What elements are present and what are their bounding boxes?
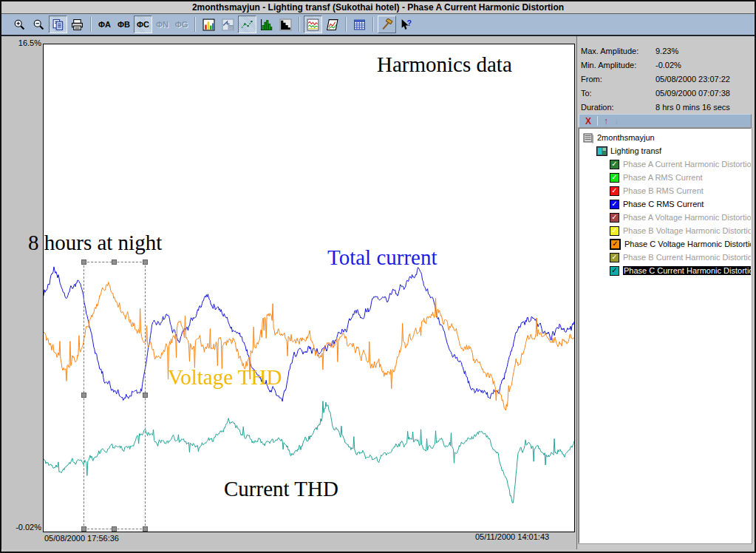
selection-handle[interactable] [143, 393, 148, 398]
histogram-button[interactable] [257, 16, 276, 33]
series-checkbox[interactable]: ✓ [610, 173, 619, 183]
series-checkbox[interactable]: ✓ [610, 200, 619, 209]
svg-text:?: ? [407, 18, 412, 27]
report-3d-icon [326, 18, 338, 31]
tree-item-label: Phase C RMS Current [623, 200, 704, 208]
duration-curve-button[interactable] [276, 16, 295, 33]
tree-toolbar: X ↑ ↓ [579, 114, 752, 128]
trend-plot-button[interactable] [238, 16, 256, 33]
tree-item-label: Phase B Voltage Harmonic Distortion [623, 226, 752, 235]
annotation-current-thd: Current THD [224, 477, 338, 501]
report-3d-button[interactable] [323, 16, 341, 33]
stat-row: Min. Amplitude: -0.02% [579, 58, 752, 72]
zoom-out-icon [33, 18, 45, 31]
tree-device-label: Lighting transf [610, 146, 661, 155]
series-checkbox[interactable]: ✓ [610, 186, 619, 196]
stat-label: To: [579, 89, 655, 98]
tree-root-label: 2monthsmayjun [597, 133, 655, 142]
selection-handle[interactable] [81, 259, 86, 265]
zoom-out-button[interactable] [30, 16, 48, 33]
time-selection-rectangle[interactable] [84, 262, 146, 529]
toolbar-separator [372, 17, 374, 32]
main-toolbar: ΦA ΦB ΦC ΦN ΦG [1, 14, 755, 36]
bar-chart-button[interactable] [200, 16, 218, 33]
device-icon [596, 146, 607, 157]
series-checkbox[interactable]: ✓ [610, 213, 619, 223]
bar-chart-icon [202, 18, 215, 31]
series-checkbox[interactable]: ✓ [610, 266, 619, 276]
tree-toolbar-separator [597, 116, 598, 126]
print-button[interactable] [68, 16, 86, 33]
print-icon [71, 18, 84, 31]
delete-series-button[interactable]: X [585, 116, 591, 126]
title-bar: 2monthsmayjun - Lighting transf (Sukotha… [1, 1, 755, 14]
detail-setup-button[interactable] [219, 16, 237, 33]
data-table-button[interactable] [350, 16, 369, 33]
phase-c-label: ΦC [137, 20, 149, 29]
stat-value: -0.02% [655, 61, 681, 69]
selection-handle[interactable] [81, 526, 86, 532]
zoom-in-icon [13, 18, 26, 31]
right-panel: Max. Amplitude: 9.23% Min. Amplitude: -0… [577, 36, 755, 549]
selection-handle[interactable] [143, 526, 148, 532]
x-axis-end-label: 05/11/2000 14:01:43 [475, 532, 549, 541]
phase-a-label: ΦA [98, 20, 111, 29]
stat-label: Min. Amplitude: [579, 61, 655, 69]
tree-item-label: Phase B Current Harmonic Distortion [623, 253, 752, 262]
tree-root-item[interactable]: 2monthsmayjun [579, 131, 751, 144]
stat-label: Max. Amplitude: [579, 47, 655, 55]
phase-c-button[interactable]: ΦC [134, 16, 152, 33]
selection-stats: Max. Amplitude: 9.23% Min. Amplitude: -0… [579, 44, 752, 114]
selection-handle[interactable] [112, 526, 117, 532]
stat-value: 05/09/2000 07:07:38 [655, 89, 730, 98]
stat-row: Duration: 8 hrs 0 mins 16 secs [579, 100, 752, 114]
phase-n-label: ΦN [156, 20, 168, 29]
chart-region: 16.5% -0.02% 05/08/2000 17:56:36 05/11/2… [1, 36, 577, 549]
series-checkbox[interactable]: ✓ [610, 226, 619, 236]
stat-value: 8 hrs 0 mins 16 secs [655, 103, 730, 112]
phase-b-button[interactable]: ΦB [115, 16, 133, 33]
phase-b-label: ΦB [118, 20, 130, 29]
selection-handle[interactable] [143, 259, 148, 265]
tree-item-phase-a-rms-current[interactable]: ✓ Phase A RMS Current [579, 171, 751, 184]
series-checkbox[interactable]: ✓ [610, 239, 621, 250]
tree-device-item[interactable]: Lighting transf [579, 144, 751, 157]
tree-item-label: Phase C Current Harmonic Distortion [623, 266, 752, 275]
data-table-icon [353, 18, 366, 31]
phase-a-button[interactable]: ΦA [95, 16, 114, 33]
tree-item-phase-b-current-harmonic-distortion[interactable]: ✓ Phase B Current Harmonic Distortion [579, 251, 751, 264]
waveform-button[interactable] [304, 16, 322, 33]
copy-button[interactable] [49, 16, 67, 33]
x-axis-start-label: 05/08/2000 17:56:36 [44, 534, 119, 543]
tools-button[interactable] [378, 16, 396, 33]
selection-handle[interactable] [112, 259, 117, 265]
series-checkbox[interactable]: ✓ [610, 160, 619, 169]
phase-n-button: ΦN [153, 16, 171, 33]
stat-row: Max. Amplitude: 9.23% [579, 44, 752, 58]
tree-item-label: Phase B RMS Current [623, 186, 704, 195]
tree-item-phase-c-voltage-harmonic-distortion[interactable]: ✓ Phase C Voltage Harmonic Distortion [579, 237, 751, 251]
move-down-button[interactable]: ↓ [614, 116, 619, 126]
tree-item-phase-b-rms-current[interactable]: ✓ Phase B RMS Current [579, 184, 751, 197]
tree-item-label: Phase C Voltage Harmonic Distortion [624, 240, 752, 248]
tree-item-phase-a-voltage-harmonic-distortion[interactable]: ✓ Phase A Voltage Harmonic Distortion [579, 211, 751, 224]
stat-row: From: 05/08/2000 23:07:22 [579, 72, 752, 86]
tree-item-phase-b-voltage-harmonic-distortion[interactable]: ✓ Phase B Voltage Harmonic Distortion [579, 224, 751, 237]
move-up-button[interactable]: ↑ [604, 116, 608, 126]
hammer-icon [381, 18, 393, 31]
toolbar-separator [90, 17, 92, 32]
toolbar-separator [345, 17, 347, 32]
selection-handle[interactable] [81, 393, 86, 398]
phase-g-button: ΦG [172, 16, 191, 33]
toolbar-separator [299, 17, 300, 32]
workspace-icon [583, 132, 594, 143]
context-help-button[interactable]: ? [397, 16, 415, 33]
tree-item-phase-c-rms-current[interactable]: ✓ Phase C RMS Current [579, 197, 751, 211]
tree-item-phase-c-current-harmonic-distortion[interactable]: ✓ Phase C Current Harmonic Distortion [579, 264, 751, 277]
annotation-harmonics-data: Harmonics data [377, 52, 512, 77]
app-window: 2monthsmayjun - Lighting transf (Sukotha… [0, 0, 756, 553]
zoom-in-button[interactable] [10, 16, 29, 33]
tree-item-phase-a-current-harmonic-distortion[interactable]: ✓ Phase A Current Harmonic Distortion [579, 157, 751, 171]
series-checkbox[interactable]: ✓ [610, 253, 619, 262]
copy-icon [52, 18, 64, 31]
